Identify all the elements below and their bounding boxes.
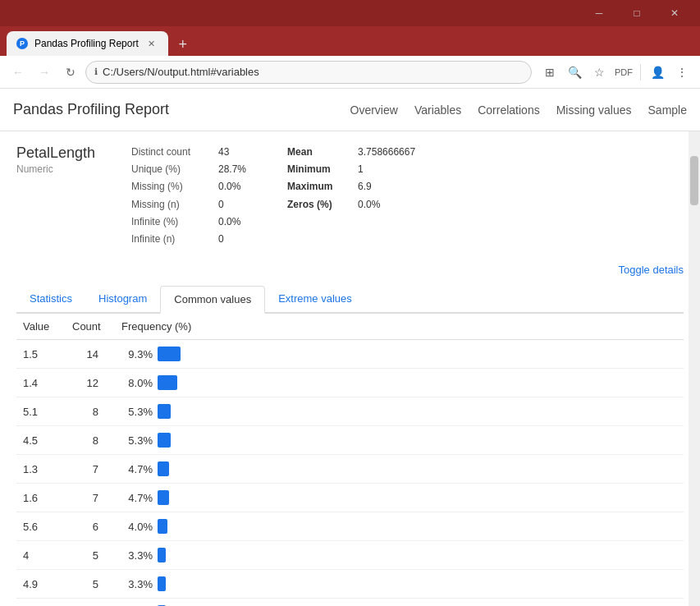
nav-link-variables[interactable]: Variables bbox=[414, 100, 461, 120]
table-row: 5.664.0% bbox=[16, 512, 684, 541]
stats-left: Distinct count 43 Unique (%) 28.7% Missi… bbox=[131, 145, 246, 247]
pdf-icon[interactable]: PDF bbox=[612, 61, 635, 84]
stat-label-unique: Unique (%) bbox=[131, 162, 213, 177]
stat-zeros: Zeros (%) 0.0% bbox=[287, 197, 415, 213]
tab-close-button[interactable]: ✕ bbox=[145, 37, 158, 50]
cell-count: 5 bbox=[66, 541, 115, 570]
close-button[interactable]: ✕ bbox=[656, 0, 693, 26]
table-row: 4.585.3% bbox=[16, 426, 684, 455]
toggle-details-link[interactable]: Toggle details bbox=[619, 264, 684, 276]
titlebar-controls: ─ □ ✕ bbox=[580, 0, 693, 26]
refresh-button[interactable]: ↻ bbox=[59, 61, 82, 84]
stat-infinite-pct: Infinite (%) 0.0% bbox=[131, 214, 246, 230]
cell-count: 6 bbox=[66, 512, 115, 541]
variable-name: PetalLength bbox=[16, 145, 115, 162]
minimize-button[interactable]: ─ bbox=[580, 0, 618, 26]
cell-value: 5.6 bbox=[16, 512, 66, 541]
freq-bar bbox=[158, 375, 177, 390]
freq-bar bbox=[158, 461, 169, 476]
scrollbar-thumb[interactable] bbox=[690, 156, 698, 205]
freq-value: 9.3% bbox=[121, 348, 153, 360]
stat-infinite-n: Infinite (n) 0 bbox=[131, 232, 246, 247]
cell-freq: 4.7% bbox=[115, 484, 684, 512]
stat-value-zeros: 0.0% bbox=[358, 197, 380, 213]
freq-value: 4.7% bbox=[121, 492, 153, 504]
freq-value: 4.7% bbox=[121, 463, 153, 475]
table-row: 453.3% bbox=[16, 541, 684, 570]
cell-freq: 3.3% bbox=[115, 541, 684, 570]
freq-bar bbox=[158, 519, 167, 534]
nav-link-sample[interactable]: Sample bbox=[648, 100, 687, 120]
stat-value-unique: 28.7% bbox=[218, 162, 246, 177]
scrollbar[interactable] bbox=[689, 131, 700, 606]
tab-histogram[interactable]: Histogram bbox=[85, 286, 160, 314]
stat-missing-pct: Missing (%) 0.0% bbox=[131, 179, 246, 195]
browser-tab-active[interactable]: P Pandas Profiling Report ✕ bbox=[7, 31, 168, 56]
cell-count: 7 bbox=[66, 484, 115, 512]
tabs-container: Statistics Histogram Common values Extre… bbox=[16, 286, 684, 314]
browser-titlebar: ─ □ ✕ bbox=[0, 0, 700, 26]
freq-bar bbox=[158, 576, 166, 591]
stats-row: PetalLength Numeric Distinct count 43 Un… bbox=[16, 145, 684, 247]
freq-bar bbox=[158, 548, 166, 562]
cell-count: 5 bbox=[66, 570, 115, 599]
tab-label: Pandas Profiling Report bbox=[34, 38, 139, 49]
nav-link-correlations[interactable]: Correlations bbox=[478, 100, 539, 120]
forward-button[interactable]: → bbox=[33, 61, 56, 84]
stat-value-maximum: 6.9 bbox=[358, 179, 372, 195]
cell-freq: 3.3% bbox=[115, 599, 684, 606]
stat-mean: Mean 3.758666667 bbox=[287, 145, 415, 160]
variable-card: PetalLength Numeric Distinct count 43 Un… bbox=[16, 145, 684, 606]
cell-count: 7 bbox=[66, 455, 115, 484]
search-icon[interactable]: 🔍 bbox=[563, 61, 586, 84]
cell-freq: 5.3% bbox=[115, 426, 684, 455]
table-row: 1.674.7% bbox=[16, 484, 684, 512]
table-row: 1.374.7% bbox=[16, 455, 684, 484]
stat-label-infinite-pct: Infinite (%) bbox=[131, 214, 213, 230]
freq-bar bbox=[158, 404, 171, 419]
tab-common-values[interactable]: Common values bbox=[160, 286, 265, 314]
freq-value: 5.3% bbox=[121, 406, 153, 418]
account-icon[interactable]: 👤 bbox=[646, 61, 669, 84]
tab-statistics[interactable]: Statistics bbox=[16, 286, 85, 314]
cell-freq: 4.0% bbox=[115, 512, 684, 541]
new-tab-button[interactable]: + bbox=[172, 33, 194, 56]
table-row: 1.4128.0% bbox=[16, 369, 684, 397]
cell-value: 4.9 bbox=[16, 570, 66, 599]
stat-label-distinct: Distinct count bbox=[131, 145, 213, 160]
cell-count: 14 bbox=[66, 340, 115, 369]
cell-freq: 4.7% bbox=[115, 455, 684, 484]
translate-icon[interactable]: ⊞ bbox=[538, 61, 561, 84]
bookmark-icon[interactable]: ☆ bbox=[588, 61, 611, 84]
top-navigation: Pandas Profiling Report Overview Variabl… bbox=[0, 89, 700, 131]
address-bar[interactable]: ℹ C:/Users/N/output.html#variables bbox=[85, 61, 532, 84]
freq-value: 3.3% bbox=[121, 578, 153, 590]
restore-button[interactable]: □ bbox=[618, 0, 656, 26]
browser-tab-bar: P Pandas Profiling Report ✕ + bbox=[0, 26, 700, 56]
stat-value-infinite-n: 0 bbox=[218, 232, 224, 247]
stat-label-infinite-n: Infinite (n) bbox=[131, 232, 213, 247]
nav-links: Overview Variables Correlations Missing … bbox=[350, 100, 687, 120]
cell-freq: 5.3% bbox=[115, 397, 684, 426]
nav-link-missing-values[interactable]: Missing values bbox=[556, 100, 632, 120]
cell-freq: 9.3% bbox=[115, 340, 684, 369]
cell-value: 1.6 bbox=[16, 484, 66, 512]
table-row: 4.753.3% bbox=[16, 599, 684, 606]
freq-bar bbox=[158, 490, 169, 505]
menu-icon[interactable]: ⋮ bbox=[670, 61, 693, 84]
cell-freq: 8.0% bbox=[115, 369, 684, 397]
nav-link-overview[interactable]: Overview bbox=[350, 100, 398, 120]
stat-label-missing-pct: Missing (%) bbox=[131, 179, 213, 195]
stat-value-minimum: 1 bbox=[358, 162, 364, 177]
table-row: 1.5149.3% bbox=[16, 340, 684, 369]
stat-distinct-count: Distinct count 43 bbox=[131, 145, 246, 160]
info-icon: ℹ bbox=[94, 67, 98, 77]
tab-extreme-values[interactable]: Extreme values bbox=[265, 286, 365, 314]
back-button[interactable]: ← bbox=[7, 61, 30, 84]
table-row: 5.185.3% bbox=[16, 397, 684, 426]
cell-count: 5 bbox=[66, 599, 115, 606]
cell-value: 1.3 bbox=[16, 455, 66, 484]
col-header-value: Value bbox=[16, 314, 66, 340]
stat-value-infinite-pct: 0.0% bbox=[218, 214, 240, 230]
stat-value-distinct: 43 bbox=[218, 145, 229, 160]
